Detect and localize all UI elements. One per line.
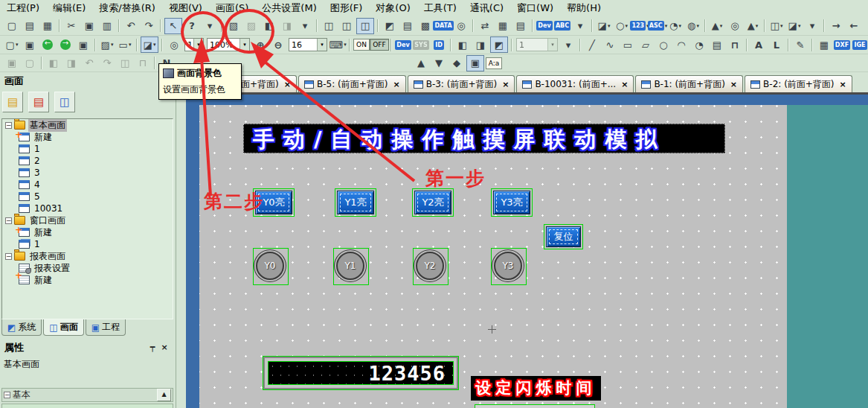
tree-expand-icon[interactable]: − — [5, 122, 12, 129]
hmi-button-y3[interactable]: Y3亮 — [493, 191, 530, 214]
align-top-icon[interactable]: ⊓ — [135, 56, 151, 71]
tree-item-screen-1[interactable]: 1 — [2, 143, 173, 155]
draw-arc-icon[interactable]: ◠ — [673, 37, 689, 52]
draw-polygon-icon[interactable]: ▱ — [637, 37, 654, 52]
tree-expand-icon[interactable]: − — [5, 217, 12, 224]
save-usb-icon[interactable]: ▦ — [495, 19, 511, 34]
tab-close-icon[interactable]: × — [840, 80, 846, 89]
preview-screen-button[interactable]: ◫ — [54, 92, 75, 112]
cascade-window-icon[interactable]: ◫ — [338, 19, 355, 34]
help-icon[interactable]: ? — [184, 19, 200, 34]
trend-chart-icon[interactable]: ◫▾ — [768, 19, 785, 34]
data-table-icon[interactable]: DATA — [435, 19, 451, 34]
import-dxf-icon[interactable]: DXF — [834, 37, 850, 52]
draw-sector-icon[interactable]: ◔ — [691, 37, 707, 52]
tree-item-screen-5[interactable]: 5 — [2, 191, 173, 203]
alarm-display-icon[interactable]: ▲▾ — [709, 19, 725, 34]
zoom-in-icon[interactable]: ⊕ — [252, 37, 269, 52]
select-cursor-icon[interactable]: ↖ — [164, 18, 182, 34]
system-params-icon[interactable]: ◩ — [382, 19, 398, 34]
draw-text-icon[interactable]: A — [750, 37, 767, 52]
text-library-icon[interactable]: ▤ — [399, 19, 416, 34]
draw-polyline-icon[interactable]: ∿ — [602, 37, 618, 52]
flash-time-label[interactable]: 设定闪烁时间 — [471, 376, 601, 401]
macro-run-icon[interactable]: → — [828, 19, 844, 34]
scroll-up-icon[interactable]: ▲ — [157, 389, 171, 401]
select-frame-icon[interactable]: ▣ — [466, 55, 484, 71]
ungroup-icon[interactable]: ▢ — [22, 56, 38, 71]
menu-search-replace[interactable]: 搜索/替换(R) — [92, 0, 162, 16]
sidebar-tab-system[interactable]: ◩系统 — [1, 319, 42, 336]
tree-item-screen-4[interactable]: 4 — [2, 179, 173, 191]
sysdev-address-icon[interactable]: SYS — [413, 37, 429, 52]
menu-window[interactable]: 窗口(W) — [510, 0, 560, 16]
hmi-lamp-y2[interactable]: Y2 — [416, 252, 444, 280]
chevron-down-icon[interactable]: ▾ — [239, 39, 249, 51]
tree-item-window-screens[interactable]: −窗口画面 — [2, 214, 173, 226]
layer-middle-icon[interactable]: ◨ — [472, 37, 489, 52]
more-tools-5-icon[interactable]: ▾ — [560, 37, 576, 52]
import-screen-icon[interactable]: ▣ — [22, 37, 38, 52]
hmi-button-y1[interactable]: Y1亮 — [337, 191, 374, 214]
prev-screen-icon[interactable]: ← — [39, 37, 56, 52]
menu-object[interactable]: 对象(O) — [369, 0, 417, 16]
window-settings-icon[interactable]: ◫ — [356, 18, 374, 34]
tree-item-screen-10031[interactable]: 10031 — [2, 203, 173, 214]
more-tools-3-icon[interactable]: ▾ — [572, 19, 588, 34]
hmi-lamp-y1[interactable]: Y1 — [336, 252, 364, 280]
layer-number-combo[interactable]: 1▾ — [516, 38, 558, 51]
canvas-title-text[interactable]: 手动/自动操作触摸屏联动模拟 — [243, 124, 725, 153]
screen-canvas[interactable]: 手动/自动操作触摸屏联动模拟 Y0亮 Y1亮 Y2亮 Y3亮 复位 — [199, 105, 787, 408]
tree-item-report-new[interactable]: 新建 — [2, 274, 173, 286]
close-icon[interactable]: × — [158, 342, 170, 352]
cut-icon[interactable]: ✂ — [63, 19, 80, 34]
hmi-lamp-y0[interactable]: Y0 — [256, 252, 284, 280]
more-tools-1-icon[interactable]: ▾ — [202, 19, 218, 34]
state-off-icon[interactable]: OFF — [371, 37, 388, 52]
rotate-right-icon[interactable]: ↷ — [99, 56, 115, 71]
chevron-down-icon[interactable]: ▾ — [547, 39, 557, 51]
macro-stop-icon[interactable]: ← — [846, 19, 862, 34]
tree-item-report-screens[interactable]: −报表画面 — [2, 250, 173, 262]
layer-front-icon[interactable]: ◧ — [454, 37, 471, 52]
tree-item-screen-3[interactable]: 3 — [2, 167, 173, 179]
tab-close-icon[interactable]: × — [284, 80, 291, 89]
tree-item-basic-screens[interactable]: −基本画面 — [2, 119, 173, 131]
numeric-display[interactable]: 123456 — [268, 361, 454, 385]
screen-tab-b2[interactable]: B-2: (前面+背面)× — [745, 75, 852, 92]
flip-horizontal-icon[interactable]: ◧ — [45, 56, 62, 71]
bg-color-bucket-icon[interactable]: ◪▾ — [141, 36, 158, 53]
screen-tab-b3[interactable]: B-3: (前面+背面)× — [408, 75, 515, 92]
screen-bg-color-icon[interactable]: ▧ — [225, 19, 242, 34]
open-file-icon[interactable]: ▤ — [22, 19, 38, 34]
screen-tab-b10031[interactable]: B-10031: (前面+...× — [516, 75, 634, 92]
tab-close-icon[interactable]: × — [730, 80, 737, 89]
flip-vertical-icon[interactable]: ◨ — [63, 56, 80, 71]
zoom-level-combo[interactable]: 100%▾ — [207, 38, 250, 51]
draw-ellipse-icon[interactable]: ○ — [655, 37, 672, 52]
menu-graphics[interactable]: 图形(F) — [324, 0, 370, 16]
draw-sign-icon[interactable]: L — [768, 37, 785, 52]
screen-tab-b1[interactable]: B-1: (前面+背面)× — [635, 75, 743, 92]
more-tools-4-icon[interactable]: ▾ — [804, 19, 820, 34]
paste-icon[interactable]: ▥ — [99, 19, 115, 34]
tab-close-icon[interactable]: × — [502, 80, 509, 89]
menu-tools[interactable]: 工具(T) — [417, 0, 463, 16]
find-address-icon[interactable]: ◎ — [453, 19, 469, 34]
screen-grid-icon[interactable]: ▨ — [243, 19, 260, 34]
id-address-icon[interactable]: ID — [431, 37, 447, 52]
copy-icon[interactable]: ▣ — [81, 19, 97, 34]
sidebar-tab-project[interactable]: ▣工程 — [86, 319, 126, 336]
sidebar-tab-screens[interactable]: ◫画面 — [43, 319, 83, 336]
alarm-search-icon[interactable]: ◎ — [727, 19, 743, 34]
import-iges-icon[interactable]: IGE — [852, 37, 868, 52]
save-file-icon[interactable]: ▦ — [39, 19, 56, 34]
screen-action-icon[interactable]: ◨ — [279, 19, 295, 34]
delete-screen-icon[interactable]: ▣ — [75, 37, 91, 52]
zoom-out-icon[interactable]: ⊖ — [270, 37, 286, 52]
chevron-down-icon[interactable]: ▾ — [317, 39, 327, 51]
screen-properties-icon[interactable]: ◧ — [261, 19, 277, 34]
message-display-icon[interactable]: ◍▾ — [685, 19, 701, 34]
section-expand-icon[interactable]: − — [4, 392, 10, 398]
send-to-back-icon[interactable]: ▼ — [431, 56, 447, 71]
